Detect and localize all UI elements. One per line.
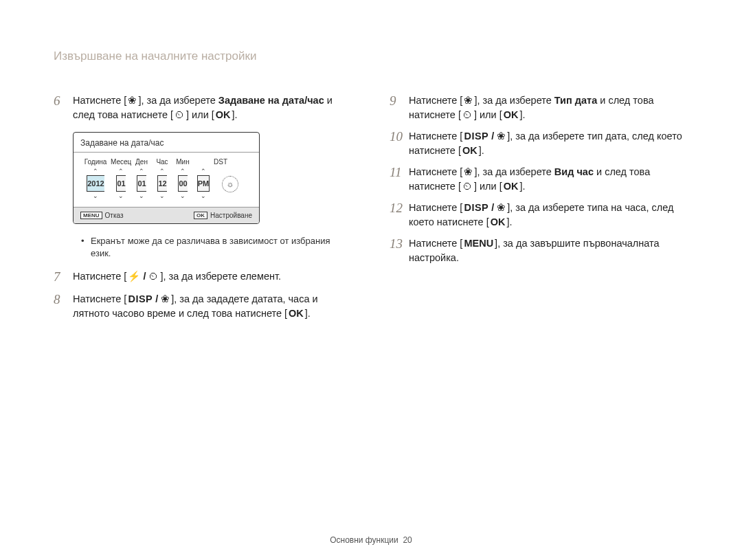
footer-page-number: 20 [403, 535, 412, 545]
column-labels: Година Месец Ден Час Мин DST [80, 158, 252, 166]
flower-icon: ❀ [159, 292, 171, 306]
ampm-spinner[interactable]: ⌃ PM ⌄ [193, 167, 214, 200]
disp-icon: DISP [126, 292, 154, 306]
timer-icon: ⏲ [461, 108, 474, 122]
menu-key-icon: MENU [80, 212, 102, 219]
flower-icon: ❀ [495, 129, 507, 144]
dst-sun-icon[interactable]: ☼ [222, 176, 238, 192]
day-value: 01 [137, 175, 146, 192]
step-text: Натиснете [MENU], за да завършите първон… [409, 236, 688, 265]
page-footer: Основни функции 20 [0, 535, 742, 545]
step-10: 10 Натиснете [DISP/❀], за да изберете ти… [390, 129, 688, 158]
label-min: Мин [172, 158, 193, 166]
footer-section: Основни функции [330, 535, 398, 545]
chevron-up-icon: ⌃ [93, 167, 98, 175]
screen-body: Година Месец Ден Час Мин DST ⌃ 2012 ⌄ [74, 153, 259, 207]
ok-label: Настройване [210, 212, 252, 219]
year-value: 2012 [87, 175, 104, 192]
flower-icon: ❀ [462, 93, 474, 108]
disp-icon: DISP [462, 201, 490, 215]
step-number: 13 [390, 236, 409, 252]
chevron-down-icon: ⌄ [159, 192, 165, 200]
step-number: 11 [390, 165, 409, 181]
ok-icon: OK [502, 179, 520, 194]
right-column: 9 Натиснете [❀], за да изберете Тип дата… [390, 93, 688, 328]
ok-key-icon: OK [194, 212, 207, 219]
label-year: Година [80, 158, 111, 166]
hour-spinner[interactable]: ⌃ 12 ⌄ [152, 167, 172, 200]
page-title: Извършване на началните настройки [54, 49, 688, 63]
label-day: Ден [131, 158, 152, 166]
step-12: 12 Натиснете [DISP/❀], за да изберете ти… [390, 201, 688, 229]
step-number: 6 [54, 93, 73, 109]
step-text: Натиснете [DISP/❀], за да изберете типа … [409, 201, 688, 229]
screen-title: Задаване на дата/час [74, 133, 259, 153]
ok-hint: OK Настройване [194, 212, 252, 219]
flower-icon: ❀ [495, 201, 507, 215]
timer-icon: ⏲ [461, 179, 474, 194]
step-number: 7 [54, 269, 73, 285]
flash-icon: ⚡ [126, 269, 142, 284]
spinner-row: ⌃ 2012 ⌄ ⌃ 01 ⌄ ⌃ 01 ⌄ [80, 167, 252, 200]
ok-icon: OK [489, 215, 507, 229]
step-text: Натиснете [⚡/⏲], за да изберете елемент. [73, 269, 352, 284]
flower-icon: ❀ [462, 165, 474, 179]
screen-footer: MENU Отказ OK Настройване [74, 207, 259, 223]
label-hour: Час [152, 158, 172, 166]
timer-icon: ⏲ [147, 269, 160, 284]
chevron-up-icon: ⌃ [118, 167, 124, 175]
cancel-hint: MENU Отказ [80, 212, 124, 219]
year-spinner[interactable]: ⌃ 2012 ⌄ [80, 167, 111, 200]
chevron-up-icon: ⌃ [159, 167, 165, 175]
label-month: Месец [111, 158, 131, 166]
step-number: 9 [390, 93, 409, 109]
step-6: 6 Натиснете [❀], за да изберете Задаване… [54, 93, 352, 122]
step-text: Натиснете [❀], за да изберете Задаване н… [73, 93, 352, 122]
day-spinner[interactable]: ⌃ 01 ⌄ [131, 167, 152, 200]
camera-screen: Задаване на дата/час Година Месец Ден Ча… [73, 132, 260, 224]
step-13: 13 Натиснете [MENU], за да завършите пър… [390, 236, 688, 265]
left-column: 6 Натиснете [❀], за да изберете Задаване… [54, 93, 352, 328]
step-text: Натиснете [❀], за да изберете Вид час и … [409, 165, 688, 194]
menu-icon: MENU [462, 236, 495, 251]
step-text: Натиснете [DISP/❀], за да изберете тип д… [409, 129, 688, 158]
step-text: Натиснете [DISP/❀], за да зададете датат… [73, 292, 352, 321]
note-text: Екранът може да се различава в зависимос… [91, 235, 352, 260]
label-dst: DST [193, 158, 252, 166]
chevron-down-icon: ⌄ [93, 192, 98, 200]
step-number: 8 [54, 292, 73, 308]
hour-value: 12 [157, 175, 166, 192]
step-11: 11 Натиснете [❀], за да изберете Вид час… [390, 165, 688, 194]
ok-icon: OK [214, 108, 232, 122]
chevron-down-icon: ⌄ [201, 192, 206, 200]
timer-icon: ⏲ [173, 108, 186, 122]
bullet-dot: • [81, 235, 91, 260]
min-value: 00 [178, 175, 187, 192]
step-9: 9 Натиснете [❀], за да изберете Тип дата… [390, 93, 688, 122]
chevron-down-icon: ⌄ [118, 192, 124, 200]
step-text: Натиснете [❀], за да изберете Тип дата и… [409, 93, 688, 122]
step-7: 7 Натиснете [⚡/⏲], за да изберете елемен… [54, 269, 352, 285]
cancel-label: Отказ [105, 212, 124, 219]
chevron-up-icon: ⌃ [180, 167, 186, 175]
flower-icon: ❀ [126, 93, 138, 108]
chevron-up-icon: ⌃ [201, 167, 206, 175]
chevron-up-icon: ⌃ [139, 167, 144, 175]
step-number: 12 [390, 201, 409, 216]
note-bullet: • Екранът може да се различава в зависим… [81, 235, 352, 260]
disp-icon: DISP [462, 129, 490, 144]
ampm-value: PM [197, 175, 210, 192]
manual-page: Извършване на началните настройки 6 Нати… [0, 0, 742, 560]
month-value: 01 [116, 175, 125, 192]
step-8: 8 Натиснете [DISP/❀], за да зададете дат… [54, 292, 352, 321]
step-number: 10 [390, 129, 409, 145]
ok-icon: OK [461, 144, 479, 158]
ok-icon: OK [502, 108, 520, 122]
chevron-down-icon: ⌄ [180, 192, 186, 200]
month-spinner[interactable]: ⌃ 01 ⌄ [111, 167, 131, 200]
ok-icon: OK [287, 306, 305, 321]
min-spinner[interactable]: ⌃ 00 ⌄ [172, 167, 193, 200]
chevron-down-icon: ⌄ [139, 192, 144, 200]
content-columns: 6 Натиснете [❀], за да изберете Задаване… [54, 93, 688, 328]
